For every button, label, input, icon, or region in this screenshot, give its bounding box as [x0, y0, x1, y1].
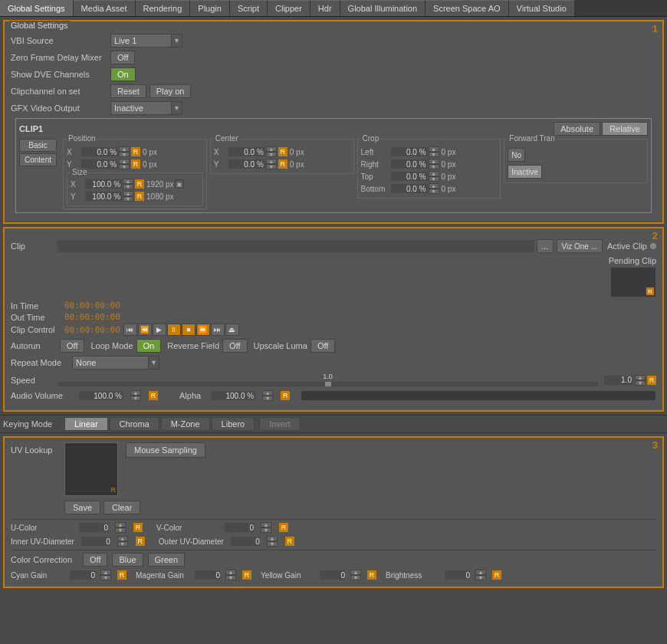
- keying-tab-libero[interactable]: Libero: [212, 417, 255, 431]
- size-x-down[interactable]: ▼: [123, 184, 133, 189]
- yellow-gain-input[interactable]: [319, 570, 346, 580]
- u-color-r[interactable]: R: [133, 523, 143, 532]
- forward-tran-no-btn[interactable]: No: [508, 148, 525, 162]
- speed-up[interactable]: ▲: [635, 375, 646, 380]
- brightness-up[interactable]: ▲: [475, 570, 486, 575]
- outer-uv-up[interactable]: ▲: [267, 536, 278, 541]
- tab-screen-space-ao[interactable]: Screen Space AO: [426, 0, 508, 16]
- tab-hdr[interactable]: Hdr: [310, 0, 340, 16]
- reverse-field-off-btn[interactable]: Off: [222, 339, 247, 353]
- cyan-gain-input[interactable]: [69, 570, 96, 580]
- clear-btn[interactable]: Clear: [104, 501, 140, 514]
- cc-off-btn[interactable]: Off: [83, 553, 107, 567]
- yellow-gain-up[interactable]: ▲: [350, 570, 361, 575]
- tab-media-asset[interactable]: Media Asset: [74, 0, 136, 16]
- size-x-r[interactable]: R: [135, 179, 144, 189]
- alpha-down[interactable]: ▼: [262, 396, 273, 401]
- v-color-input[interactable]: [224, 522, 255, 533]
- show-dve-btn[interactable]: On: [110, 67, 136, 81]
- size-y-down[interactable]: ▼: [123, 196, 133, 202]
- size-lock-icon[interactable]: ▣: [175, 179, 184, 189]
- cen-y-down[interactable]: ▼: [266, 164, 277, 169]
- size-y-input[interactable]: [84, 191, 123, 202]
- pos-x-r[interactable]: R: [131, 147, 140, 156]
- transport-eject[interactable]: ⏏: [225, 324, 239, 336]
- magenta-gain-r[interactable]: R: [242, 570, 251, 580]
- size-x-input[interactable]: [84, 179, 123, 189]
- audio-vol-r[interactable]: R: [149, 391, 158, 400]
- save-btn[interactable]: Save: [64, 501, 100, 514]
- autorun-off-btn[interactable]: Off: [60, 339, 84, 353]
- crop-left-down[interactable]: ▼: [429, 152, 439, 157]
- brightness-r[interactable]: R: [492, 570, 501, 580]
- cyan-gain-up[interactable]: ▲: [100, 570, 111, 575]
- pos-y-up[interactable]: ▲: [119, 159, 130, 164]
- transport-stop[interactable]: ■: [182, 324, 196, 336]
- crop-top-down[interactable]: ▼: [429, 176, 439, 182]
- cc-green-btn[interactable]: Green: [148, 553, 186, 567]
- cen-x-input[interactable]: [228, 146, 266, 157]
- crop-left-input[interactable]: [390, 146, 429, 157]
- tab-rendering[interactable]: Rendering: [136, 0, 191, 16]
- pos-x-input[interactable]: [80, 146, 119, 157]
- mouse-sampling-btn[interactable]: Mouse Sampling: [126, 442, 205, 458]
- magenta-gain-input[interactable]: [194, 570, 221, 580]
- audio-volume-input[interactable]: [78, 390, 124, 401]
- viz-btn[interactable]: Viz One ...: [557, 239, 603, 253]
- alpha-input[interactable]: [210, 390, 256, 401]
- audio-vol-down[interactable]: ▼: [130, 396, 141, 401]
- content-tab[interactable]: Content: [19, 153, 57, 166]
- size-y-r[interactable]: R: [135, 192, 144, 201]
- crop-bottom-input[interactable]: [390, 183, 429, 194]
- pos-y-down[interactable]: ▼: [119, 164, 130, 169]
- inner-uv-input[interactable]: [80, 536, 111, 547]
- forward-inactive-btn[interactable]: Inactive: [508, 165, 541, 179]
- transport-play[interactable]: ▶: [153, 324, 166, 336]
- tab-script[interactable]: Script: [230, 0, 268, 16]
- transport-ff[interactable]: ⏩: [196, 324, 210, 336]
- u-color-input[interactable]: [78, 522, 109, 533]
- cyan-gain-r[interactable]: R: [117, 570, 127, 580]
- cen-y-input[interactable]: [228, 159, 266, 169]
- alpha-r[interactable]: R: [281, 391, 290, 400]
- loop-mode-on-btn[interactable]: On: [136, 339, 162, 353]
- keying-tab-chroma[interactable]: Chroma: [110, 417, 159, 431]
- pos-x-up[interactable]: ▲: [119, 146, 130, 152]
- crop-left-up[interactable]: ▲: [429, 146, 439, 152]
- inner-uv-down[interactable]: ▼: [117, 541, 128, 547]
- magenta-gain-up[interactable]: ▲: [225, 570, 236, 575]
- brightness-input[interactable]: [444, 570, 471, 580]
- inner-uv-up[interactable]: ▲: [117, 536, 128, 541]
- yellow-gain-down[interactable]: ▼: [350, 575, 361, 580]
- cen-y-up[interactable]: ▲: [266, 159, 277, 164]
- size-y-up[interactable]: ▲: [123, 191, 133, 196]
- pos-y-r[interactable]: R: [131, 159, 140, 169]
- dots-btn[interactable]: ...: [537, 239, 554, 253]
- clip-path-input[interactable]: [57, 239, 535, 253]
- keying-invert-btn[interactable]: Invert: [259, 417, 301, 431]
- upscale-luma-off-btn[interactable]: Off: [310, 339, 335, 353]
- gfx-video-arrow[interactable]: ▼: [172, 101, 182, 115]
- transport-end[interactable]: ⏭: [211, 324, 225, 336]
- repeat-mode-arrow[interactable]: ▼: [149, 356, 159, 370]
- vbi-source-dropdown[interactable]: Live 1: [110, 34, 172, 48]
- crop-bottom-down[interactable]: ▼: [429, 189, 439, 194]
- cc-blue-btn[interactable]: Blue: [112, 553, 143, 567]
- cen-x-r[interactable]: R: [278, 147, 288, 156]
- cen-x-down[interactable]: ▼: [266, 152, 277, 157]
- tab-global-settings[interactable]: Global Settings: [0, 0, 74, 16]
- pos-x-down[interactable]: ▼: [119, 152, 130, 157]
- tab-clipper[interactable]: Clipper: [268, 0, 310, 16]
- tab-plugin[interactable]: Plugin: [190, 0, 230, 16]
- zero-frame-btn[interactable]: Off: [110, 51, 135, 64]
- crop-right-up[interactable]: ▲: [429, 159, 439, 164]
- speed-slider[interactable]: [57, 381, 599, 387]
- absolute-btn[interactable]: Absolute: [554, 122, 600, 136]
- yellow-gain-r[interactable]: R: [367, 570, 376, 580]
- transport-rew[interactable]: ⏪: [138, 324, 152, 336]
- transport-start[interactable]: ⏮: [123, 324, 137, 336]
- cyan-gain-down[interactable]: ▼: [100, 575, 111, 580]
- keying-tab-mzone[interactable]: M-Zone: [161, 417, 210, 431]
- keying-tab-linear[interactable]: Linear: [64, 417, 108, 431]
- outer-uv-r[interactable]: R: [285, 537, 294, 546]
